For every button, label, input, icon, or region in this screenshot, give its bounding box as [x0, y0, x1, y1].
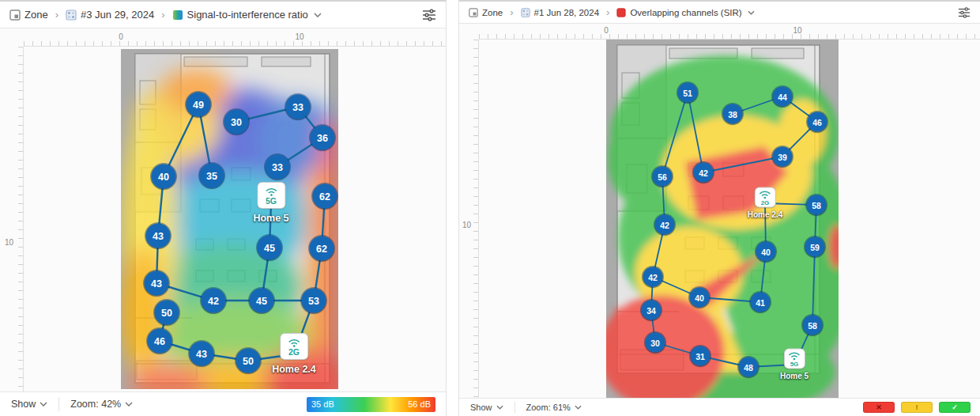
measurement-point[interactable]: 46: [808, 112, 827, 132]
survey-panel-right: Zone › #1 Jun 28, 2024 › Overlapping cha…: [458, 0, 980, 416]
zoom-dropdown[interactable]: Zoom: 42%: [59, 392, 144, 416]
breadcrumb-zone-label: Zone: [24, 9, 48, 21]
breadcrumb-separator: ›: [161, 9, 164, 21]
breadcrumb-snapshot-label: #3 Jun 29, 2024: [81, 9, 154, 21]
measurement-point[interactable]: 51: [678, 83, 698, 103]
measurement-point[interactable]: 35: [200, 164, 224, 188]
sir-legend: ✕ ! ✓: [863, 402, 971, 413]
access-point-band: 5G: [790, 361, 799, 368]
access-point-label: Home 2.4: [748, 210, 782, 219]
measurement-point[interactable]: 58: [803, 316, 823, 335]
access-point-icon: 5G: [785, 350, 805, 369]
measurement-point[interactable]: 53: [302, 289, 326, 313]
measurement-point[interactable]: 42: [655, 215, 675, 235]
survey-path: [606, 40, 839, 399]
measurement-point[interactable]: 46: [148, 329, 172, 354]
measurement-point[interactable]: 43: [190, 342, 214, 366]
measurement-point[interactable]: 34: [642, 301, 662, 320]
measurement-point[interactable]: 62: [310, 236, 334, 261]
breadcrumb: Zone › #3 Jun 29, 2024 › Signal-to-inter…: [0, 2, 446, 28]
access-point-icon: 2G: [281, 334, 307, 359]
breadcrumb-snapshot[interactable]: #1 Jun 28, 2024: [521, 8, 600, 17]
access-point-label: Home 5: [780, 372, 808, 380]
access-point[interactable]: 2GHome 2.4: [272, 334, 316, 375]
breadcrumb-snapshot[interactable]: #3 Jun 29, 2024: [66, 9, 154, 21]
measurement-point[interactable]: 30: [646, 333, 665, 353]
chevron-down-icon: [125, 402, 133, 407]
measurement-point[interactable]: 31: [691, 346, 710, 366]
measurement-point[interactable]: 43: [145, 271, 169, 296]
vertical-ruler-ticks: [18, 47, 23, 391]
show-dropdown[interactable]: Show: [459, 399, 514, 416]
measurement-point[interactable]: 48: [739, 357, 759, 377]
measurement-point[interactable]: 44: [773, 87, 793, 107]
measurement-point[interactable]: 40: [152, 165, 176, 189]
measurement-point[interactable]: 41: [751, 293, 771, 312]
measurement-point[interactable]: 33: [286, 95, 311, 119]
breadcrumb-zone[interactable]: Zone: [469, 8, 503, 17]
measurement-point[interactable]: 43: [146, 224, 171, 248]
access-point-label: Home 5: [253, 213, 288, 224]
measurement-point[interactable]: 62: [313, 184, 337, 209]
visualization-label: Overlapping channels (SIR): [630, 8, 741, 17]
measurement-point[interactable]: 56: [653, 167, 673, 187]
measurement-point[interactable]: 40: [690, 288, 710, 308]
ruler-label-0: 0: [119, 32, 123, 41]
tune-icon: [958, 6, 971, 19]
measurement-point[interactable]: 50: [236, 349, 261, 373]
chevron-down-icon: [40, 402, 47, 407]
measurement-point[interactable]: 58: [807, 195, 827, 215]
vertical-ruler: [478, 40, 479, 398]
access-point-band: 5G: [266, 197, 277, 206]
visualization-settings-button[interactable]: [958, 6, 971, 19]
measurement-point[interactable]: 38: [723, 104, 743, 124]
legend-bad-badge[interactable]: ✕: [863, 402, 895, 413]
snapshot-icon: [66, 9, 77, 21]
zoom-dropdown[interactable]: Zoom: 61%: [515, 399, 593, 416]
chevron-down-icon: [496, 405, 503, 410]
measurement-point[interactable]: 39: [773, 147, 793, 167]
heatmap-canvas[interactable]: 5GHome 52GHome 2.44930333633403562434562…: [121, 49, 338, 389]
measurement-point[interactable]: 33: [266, 155, 290, 180]
wifi-icon: [787, 350, 801, 361]
visualization-icon: [172, 9, 183, 21]
measurement-point[interactable]: 36: [311, 126, 335, 150]
access-point-band: 2G: [288, 348, 300, 357]
access-point[interactable]: 5GHome 5: [253, 183, 288, 224]
chevron-down-icon: [314, 13, 322, 17]
access-point-icon: 5G: [258, 183, 285, 208]
visualization-icon: [616, 8, 626, 17]
wifi-icon: [758, 189, 772, 199]
horizontal-ruler-ticks: [24, 41, 446, 46]
zoom-label: Zoom: 61%: [526, 403, 571, 412]
scale-min-label: 35 dB: [311, 399, 334, 409]
breadcrumb-zone-label: Zone: [482, 8, 503, 17]
access-point[interactable]: 2GHome 2.4: [748, 188, 782, 219]
measurement-point[interactable]: 45: [258, 236, 282, 260]
breadcrumb-separator: ›: [510, 6, 513, 18]
visualization-selector[interactable]: Signal-to-interference ratio: [172, 9, 322, 21]
measurement-point[interactable]: 45: [250, 289, 274, 313]
chevron-down-icon: [748, 10, 755, 15]
measurement-point[interactable]: 42: [202, 289, 226, 313]
heatmap-canvas[interactable]: 2GHome 2.45GHome 55138444639564258425940…: [606, 40, 839, 399]
measurement-point[interactable]: 42: [643, 267, 663, 287]
measurement-point[interactable]: 30: [224, 110, 249, 134]
access-point[interactable]: 5GHome 5: [780, 350, 808, 380]
measurement-point[interactable]: 40: [756, 242, 776, 262]
wifi-icon: [287, 337, 301, 347]
breadcrumb-zone[interactable]: Zone: [9, 9, 48, 21]
visualization-settings-button[interactable]: [422, 8, 436, 22]
visualization-selector[interactable]: Overlapping channels (SIR): [616, 8, 754, 17]
measurement-point[interactable]: 59: [805, 237, 825, 257]
visualization-label: Signal-to-interference ratio: [187, 9, 308, 21]
measurement-point[interactable]: 50: [155, 301, 179, 325]
zoom-label: Zoom: 42%: [70, 399, 121, 410]
measurement-point[interactable]: 49: [187, 93, 211, 117]
chevron-down-icon: [575, 405, 582, 410]
breadcrumb-snapshot-label: #1 Jun 28, 2024: [534, 8, 600, 17]
show-dropdown[interactable]: Show: [0, 392, 58, 416]
legend-warning-badge[interactable]: !: [901, 402, 933, 413]
legend-good-badge[interactable]: ✓: [939, 402, 971, 413]
measurement-point[interactable]: 42: [694, 163, 714, 183]
